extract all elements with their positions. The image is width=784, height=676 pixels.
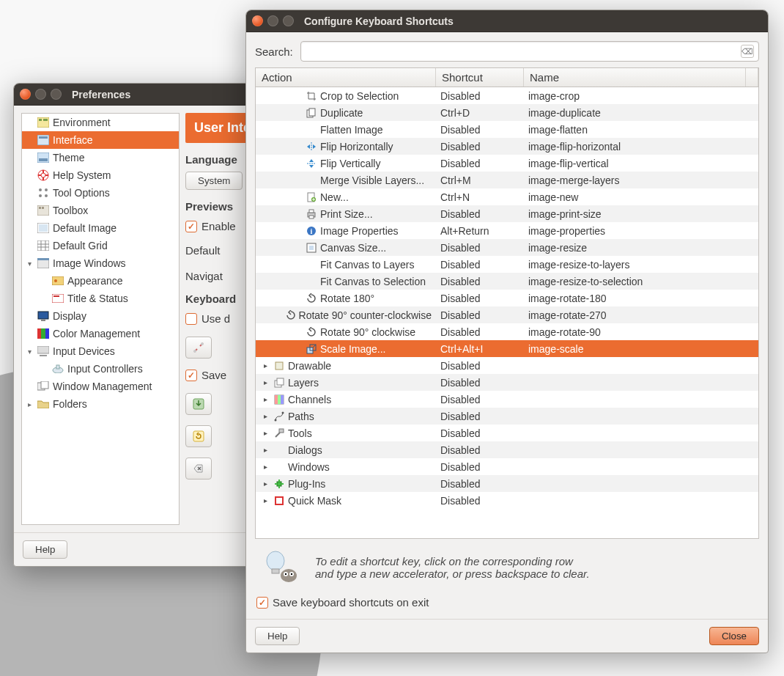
shortcut-value[interactable]: Disabled — [436, 242, 524, 254]
shortcut-value[interactable]: Ctrl+N — [436, 191, 524, 203]
table-row[interactable]: Flip HorizontallyDisabledimage-flip-hori… — [256, 138, 758, 155]
clear-shortcuts-button[interactable] — [185, 458, 212, 480]
sidebar-item-help-system[interactable]: Help System — [22, 166, 179, 184]
shortcut-value[interactable]: Disabled — [436, 411, 524, 422]
expander-icon[interactable]: ▸ — [260, 429, 270, 437]
sidebar-item-environment[interactable]: Environment — [22, 114, 179, 131]
table-row[interactable]: ▸ToolsDisabled — [256, 425, 758, 441]
sidebar-item-toolbox[interactable]: Toolbox — [22, 202, 179, 219]
sidebar-item-default-image[interactable]: Default Image — [22, 219, 179, 237]
shortcut-value[interactable]: Disabled — [436, 394, 524, 405]
table-body[interactable]: Crop to SelectionDisabledimage-cropDupli… — [256, 87, 758, 538]
shortcut-value[interactable]: Disabled — [436, 90, 524, 102]
sidebar-item-default-grid[interactable]: Default Grid — [22, 237, 179, 254]
sidebar-item-appearance[interactable]: Appearance — [22, 272, 179, 290]
window-maximize-icon[interactable] — [283, 15, 294, 26]
save-now-button[interactable] — [185, 393, 212, 415]
shortcut-value[interactable]: Disabled — [436, 360, 524, 372]
table-row[interactable]: Rotate 90° counter-clockwiseDisabledimag… — [256, 306, 758, 323]
expander-icon[interactable]: ▸ — [260, 412, 270, 420]
expander-icon[interactable]: ▾ — [25, 348, 34, 356]
table-row[interactable]: Crop to SelectionDisabledimage-crop — [256, 87, 758, 104]
expander-icon[interactable]: ▾ — [25, 260, 34, 268]
enable-previews-checkbox[interactable] — [185, 221, 197, 232]
table-row[interactable]: DuplicateCtrl+Dimage-duplicate — [256, 104, 758, 121]
shortcut-value[interactable]: Ctrl+Alt+I — [436, 343, 524, 355]
table-row[interactable]: Merge Visible Layers...Ctrl+Mimage-merge… — [256, 172, 758, 188]
sidebar-item-theme[interactable]: Theme — [22, 149, 179, 166]
preferences-help-button[interactable]: Help — [23, 540, 67, 559]
dialog-close-button[interactable]: Close — [709, 627, 759, 645]
expander-icon[interactable]: ▸ — [260, 463, 270, 471]
shortcut-value[interactable]: Disabled — [436, 495, 524, 507]
language-select[interactable]: System — [185, 172, 243, 190]
column-header-name[interactable]: Name — [524, 68, 746, 87]
expander-icon[interactable]: ▸ — [260, 395, 270, 403]
dialog-titlebar[interactable]: Configure Keyboard Shortcuts — [246, 10, 768, 32]
table-row[interactable]: Print Size...Disabledimage-print-size — [256, 205, 758, 222]
reset-shortcuts-button[interactable] — [185, 425, 212, 447]
sidebar-item-input-controllers[interactable]: Input Controllers — [22, 360, 179, 378]
sidebar-item-window-management[interactable]: Window Management — [22, 378, 179, 395]
shortcut-value[interactable]: Ctrl+M — [436, 174, 524, 186]
table-row[interactable]: ▸Plug-InsDisabled — [256, 475, 758, 492]
save-shortcuts-checkbox[interactable] — [185, 370, 197, 381]
use-dynamic-checkbox[interactable] — [185, 313, 197, 325]
shortcut-value[interactable]: Disabled — [436, 293, 524, 304]
sidebar-item-tool-options[interactable]: Tool Options — [22, 184, 179, 202]
shortcut-value[interactable]: Disabled — [436, 427, 524, 439]
shortcut-value[interactable]: Disabled — [436, 377, 524, 389]
table-row[interactable]: ▸Quick MaskDisabled — [256, 492, 758, 509]
table-row[interactable]: New...Ctrl+Nimage-new — [256, 188, 758, 205]
table-header[interactable]: Action Shortcut Name — [256, 68, 758, 87]
table-row[interactable]: Rotate 180°Disabledimage-rotate-180 — [256, 290, 758, 306]
window-close-icon[interactable] — [252, 15, 263, 26]
shortcut-value[interactable]: Disabled — [436, 141, 524, 153]
shortcut-value[interactable]: Disabled — [436, 309, 524, 321]
expander-icon[interactable]: ▸ — [260, 378, 270, 386]
shortcut-value[interactable]: Disabled — [436, 461, 524, 473]
shortcut-value[interactable]: Ctrl+D — [436, 107, 524, 119]
window-close-icon[interactable] — [20, 89, 31, 100]
table-row[interactable]: Fit Canvas to SelectionDisabledimage-res… — [256, 273, 758, 290]
table-row[interactable]: Fit Canvas to LayersDisabledimage-resize… — [256, 256, 758, 273]
sidebar-item-title-status[interactable]: Title & Status — [22, 290, 179, 307]
dialog-help-button[interactable]: Help — [255, 627, 300, 645]
shortcut-value[interactable]: Disabled — [436, 208, 524, 220]
window-minimize-icon[interactable] — [267, 15, 278, 26]
save-on-exit-checkbox[interactable] — [256, 597, 268, 609]
shortcut-value[interactable]: Alt+Return — [436, 225, 524, 237]
expander-icon[interactable]: ▸ — [260, 446, 270, 454]
table-row[interactable]: iImage PropertiesAlt+Returnimage-propert… — [256, 222, 758, 239]
table-row[interactable]: ▸PathsDisabled — [256, 408, 758, 425]
column-header-shortcut[interactable]: Shortcut — [436, 68, 524, 87]
table-row[interactable]: ▸ChannelsDisabled — [256, 391, 758, 408]
configure-shortcuts-button[interactable] — [185, 337, 212, 359]
table-row[interactable]: ▸WindowsDisabled — [256, 458, 758, 475]
table-row[interactable]: ▸DrawableDisabled — [256, 357, 758, 374]
sidebar-item-folders[interactable]: ▸Folders — [22, 395, 179, 413]
shortcut-value[interactable]: Disabled — [436, 124, 524, 136]
table-row[interactable]: ▸DialogsDisabled — [256, 441, 758, 458]
expander-icon[interactable]: ▸ — [25, 400, 34, 408]
table-row[interactable]: ▸LayersDisabled — [256, 374, 758, 391]
expander-icon[interactable]: ▸ — [260, 361, 270, 370]
expander-icon[interactable]: ▸ — [260, 480, 270, 488]
search-input[interactable]: ⌫ — [300, 41, 759, 62]
window-maximize-icon[interactable] — [51, 89, 62, 100]
clear-search-icon[interactable]: ⌫ — [741, 45, 754, 58]
sidebar-item-interface[interactable]: Interface — [22, 131, 179, 149]
sidebar-item-input-devices[interactable]: ▾Input Devices — [22, 342, 179, 360]
window-minimize-icon[interactable] — [35, 89, 46, 100]
shortcut-value[interactable]: Disabled — [436, 326, 524, 338]
shortcut-value[interactable]: Disabled — [436, 444, 524, 456]
sidebar-item-display[interactable]: Display — [22, 307, 179, 325]
table-row[interactable]: Flip VerticallyDisabledimage-flip-vertic… — [256, 155, 758, 172]
sidebar-item-color-management[interactable]: Color Management — [22, 325, 179, 342]
sidebar-item-image-windows[interactable]: ▾Image Windows — [22, 254, 179, 272]
shortcut-value[interactable]: Disabled — [436, 259, 524, 271]
shortcut-value[interactable]: Disabled — [436, 158, 524, 169]
shortcut-value[interactable]: Disabled — [436, 478, 524, 490]
table-row[interactable]: Flatten ImageDisabledimage-flatten — [256, 121, 758, 138]
column-header-action[interactable]: Action — [256, 68, 436, 87]
